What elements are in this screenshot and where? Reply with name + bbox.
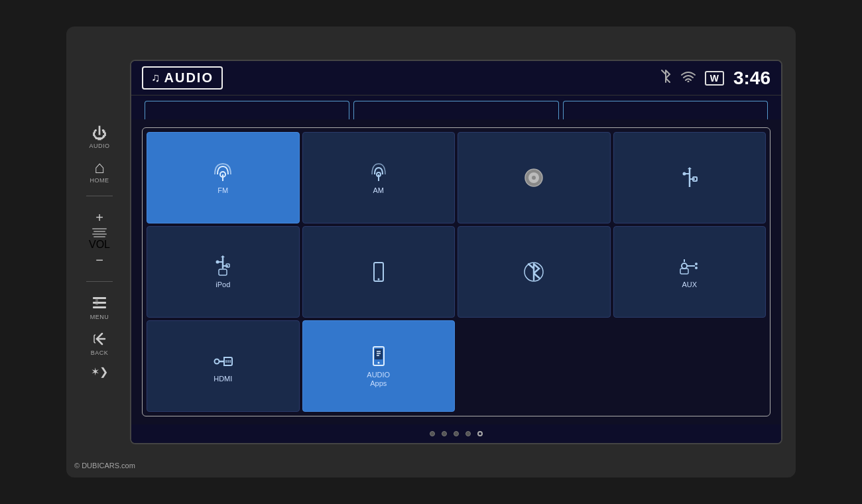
page-dot-4[interactable] [465, 431, 471, 436]
hdmi-button[interactable]: HDMI [147, 320, 300, 412]
bluetooth-icon [660, 69, 672, 87]
vol-label: VOL [89, 239, 110, 251]
header-status-icons: W 3:46 [660, 68, 770, 89]
usb-icon [678, 166, 702, 190]
svg-point-25 [377, 279, 379, 281]
empty-cell-1 [458, 320, 611, 412]
aux-icon [678, 254, 702, 278]
audio-apps-button[interactable]: AUDIOApps [302, 320, 456, 412]
svg-point-32 [215, 359, 219, 364]
svg-point-15 [682, 172, 686, 176]
svg-rect-38 [375, 349, 383, 359]
am-icon [367, 160, 391, 184]
divider [86, 196, 113, 196]
pagination-dots [131, 424, 781, 443]
back-button[interactable]: BACK [90, 330, 109, 356]
page-dot-3[interactable] [454, 431, 459, 436]
bluetooth-audio-icon [522, 260, 546, 284]
infotainment-screen: ♫ AUDIO W 3:46 [130, 60, 782, 444]
svg-rect-2 [93, 306, 106, 308]
aux-label: AUX [682, 281, 697, 289]
cd-icon [522, 166, 546, 190]
svg-point-30 [695, 267, 698, 269]
svg-rect-3 [95, 298, 98, 305]
menu-button[interactable]: MENU [90, 294, 109, 320]
volume-icon [92, 228, 107, 237]
audio-grid-container: FM AM [142, 127, 770, 416]
tab-3[interactable] [563, 101, 768, 119]
fm-button[interactable]: FM [147, 132, 300, 223]
audio-apps-label: AUDIOApps [367, 371, 390, 388]
audio-label: AUDIO [89, 143, 109, 149]
volume-down-button[interactable]: − [95, 251, 103, 269]
page-dot-5-active[interactable] [477, 431, 483, 436]
page-dot-2[interactable] [442, 431, 447, 436]
clock-display: 3:46 [733, 68, 770, 89]
svg-point-39 [377, 361, 379, 363]
brightness-button[interactable]: ✶❯ [91, 365, 108, 378]
power-icon: ⏻ [92, 127, 107, 141]
am-label: AM [373, 186, 385, 195]
fm-icon [211, 160, 235, 184]
menu-label: MENU [90, 314, 109, 320]
svg-point-4 [687, 81, 689, 83]
home-icon: ⌂ [94, 158, 105, 176]
wifi-icon [681, 70, 696, 86]
svg-point-29 [695, 263, 698, 265]
phone-icon [367, 260, 391, 284]
svg-rect-1 [93, 302, 106, 304]
volume-up-button[interactable]: + [95, 208, 103, 227]
screen-header: ♫ AUDIO W 3:46 [131, 61, 781, 95]
ipod-icon [211, 254, 235, 278]
home-button[interactable]: ⌂ HOME [90, 158, 109, 184]
screen-content: FM AM [131, 119, 781, 424]
page-dot-1[interactable] [430, 431, 435, 436]
car-infotainment-unit: ⏻ AUDIO ⌂ HOME + VOL − [66, 27, 796, 477]
brightness-icon: ✶❯ [91, 365, 108, 378]
ipod-button[interactable]: iPod [147, 226, 300, 318]
tab-1[interactable] [145, 101, 349, 119]
back-label: BACK [91, 349, 109, 356]
watermark: © DUBICARS.com [74, 462, 135, 470]
bluetooth-audio-button[interactable] [458, 226, 611, 318]
home-label: HOME [90, 177, 109, 184]
svg-rect-0 [93, 297, 106, 299]
aux-button[interactable]: AUX [613, 226, 767, 318]
svg-point-20 [216, 261, 219, 264]
svg-rect-22 [219, 269, 227, 275]
svg-point-27 [682, 263, 687, 269]
cd-button[interactable] [458, 132, 611, 223]
menu-icon [90, 294, 109, 312]
svg-point-11 [532, 176, 536, 180]
ipod-label: iPod [216, 281, 230, 289]
hdmi-icon [211, 348, 235, 372]
left-controls-panel: ⏻ AUDIO ⌂ HOME + VOL − [80, 127, 119, 378]
audio-title-box: ♫ AUDIO [142, 66, 223, 90]
usb-button[interactable] [613, 132, 767, 223]
music-note-icon: ♫ [151, 71, 160, 85]
empty-cell-2 [613, 320, 767, 412]
hdmi-label: HDMI [214, 375, 232, 383]
svg-rect-24 [375, 265, 382, 277]
audio-apps-icon [367, 344, 391, 368]
am-button[interactable]: AM [302, 132, 456, 223]
tab-2[interactable] [353, 101, 558, 119]
fm-label: FM [217, 186, 228, 195]
volume-controls: + VOL − [89, 208, 110, 269]
screen-title: AUDIO [164, 70, 214, 86]
divider [86, 281, 113, 282]
phone-button[interactable] [302, 226, 456, 318]
back-icon [90, 330, 109, 348]
w-badge: W [705, 71, 724, 86]
audio-power-button[interactable]: ⏻ AUDIO [89, 127, 109, 149]
audio-source-grid: FM AM [147, 132, 766, 412]
tab-row [131, 95, 781, 119]
